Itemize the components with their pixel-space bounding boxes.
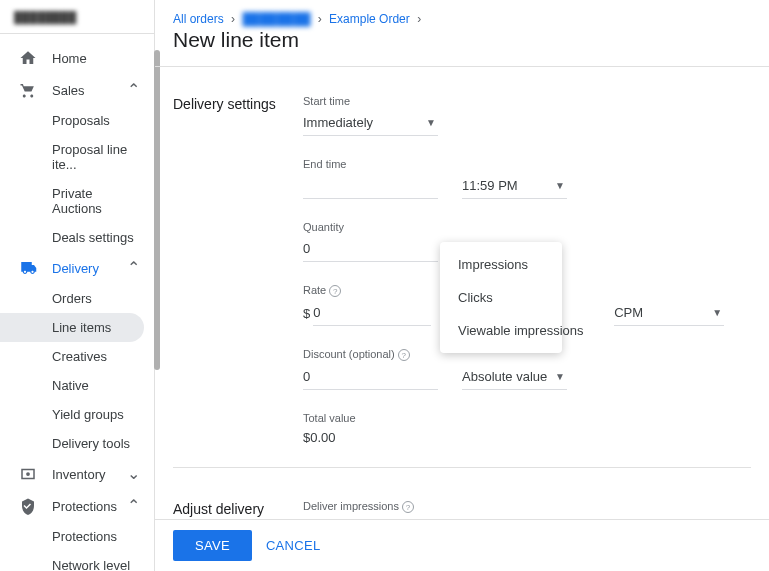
quantity-unit-menu: Impressions Clicks Viewable impressions [440,242,562,353]
quantity-input[interactable] [303,237,438,262]
sidebar-item-label: Native [52,378,89,393]
menu-item-viewable-impressions[interactable]: Viewable impressions [440,314,562,347]
sidebar-item-line-items[interactable]: Line items [0,313,144,342]
rate-currency: $ [303,306,310,321]
sidebar-item-label: Delivery [52,261,99,276]
chevron-down-icon: ⌄ [127,466,140,482]
sidebar-item-label: Network level [52,558,130,571]
page-header: All orders › ████████ › Example Order › … [155,0,769,67]
breadcrumb-all-orders[interactable]: All orders [173,12,224,26]
cancel-button[interactable]: CANCEL [266,538,321,553]
save-button[interactable]: SAVE [173,530,252,561]
sidebar-item-label: Proposals [52,113,110,128]
end-time-select[interactable]: 11:59 PM ▼ [462,174,567,199]
sidebar-item-creatives[interactable]: Creatives [0,342,154,371]
help-icon[interactable]: ? [329,285,341,297]
sidebar: ████████ Home Sales ⌃ Proposals Proposal… [0,0,155,571]
main-content: All orders › ████████ › Example Order › … [155,0,769,571]
sidebar-item-inventory[interactable]: Inventory ⌄ [0,458,154,490]
dropdown-icon: ▼ [712,307,722,318]
truck-icon [18,259,38,277]
sidebar-item-label: Delivery tools [52,436,130,451]
sidebar-item-orders[interactable]: Orders [0,284,154,313]
menu-item-clicks[interactable]: Clicks [440,281,562,314]
sidebar-item-native[interactable]: Native [0,371,154,400]
help-icon[interactable]: ? [402,501,414,513]
sidebar-item-label: Orders [52,291,92,306]
field-label-total: Total value [303,412,751,424]
sidebar-item-label: Protections [52,529,117,544]
dropdown-icon: ▼ [555,180,565,191]
breadcrumb: All orders › ████████ › Example Order › [173,12,751,26]
sidebar-item-label: Sales [52,83,85,98]
sidebar-item-label: Deals settings [52,230,134,245]
field-label-deliver-impressions: Deliver impressions? [303,500,751,513]
inventory-icon [18,465,38,483]
field-label-quantity: Quantity [303,221,751,233]
start-time-select[interactable]: Immediately ▼ [303,111,438,136]
total-value: $0.00 [303,428,751,445]
sidebar-item-home[interactable]: Home [0,42,154,74]
breadcrumb-redacted[interactable]: ████████ [242,12,310,26]
logo-area: ████████ [0,0,154,34]
end-date-input[interactable] [303,174,438,199]
sidebar-item-label: Creatives [52,349,107,364]
product-logo: ████████ [14,12,140,23]
page-title: New line item [173,28,751,52]
sidebar-item-label: Private Auctions [52,186,140,216]
sidebar-item-yield-groups[interactable]: Yield groups [0,400,154,429]
sidebar-item-label: Yield groups [52,407,124,422]
sidebar-item-deals-settings[interactable]: Deals settings [0,223,154,252]
rate-input[interactable] [313,301,431,326]
sidebar-item-label: Inventory [52,467,105,482]
home-icon [18,49,38,67]
select-value: Immediately [303,115,373,130]
select-value: Absolute value [462,369,547,384]
discount-input[interactable] [303,365,438,390]
sidebar-item-label: Protections [52,499,117,514]
breadcrumb-example-order[interactable]: Example Order [329,12,410,26]
breadcrumb-sep: › [318,12,322,26]
select-value: 11:59 PM [462,178,518,193]
chevron-up-icon: ⌃ [127,82,140,98]
discount-type-select[interactable]: Absolute value ▼ [462,365,567,390]
sidebar-item-private-auctions[interactable]: Private Auctions [0,179,154,223]
sidebar-item-label: Home [52,51,87,66]
sidebar-item-protections-child[interactable]: Protections [0,522,154,551]
svg-point-1 [27,473,29,475]
select-value: CPM [614,305,643,320]
sidebar-item-label: Proposal line ite... [52,142,140,172]
field-label-start-time: Start time [303,95,751,107]
sidebar-item-sales[interactable]: Sales ⌃ [0,74,154,106]
chevron-up-icon: ⌃ [127,498,140,514]
sidebar-item-delivery[interactable]: Delivery ⌃ [0,252,154,284]
sidebar-item-delivery-tools[interactable]: Delivery tools [0,429,154,458]
breadcrumb-sep: › [417,12,421,26]
chevron-up-icon: ⌃ [127,260,140,276]
cart-icon [18,81,38,99]
sidebar-item-label: Line items [52,320,111,335]
shield-icon [18,497,38,515]
footer-actions: SAVE CANCEL [155,519,769,571]
rate-unit-select[interactable]: CPM ▼ [614,301,724,326]
dropdown-icon: ▼ [555,371,565,382]
field-label-end-time: End time [303,158,751,170]
menu-item-impressions[interactable]: Impressions [440,248,562,281]
section-title: Delivery settings [173,95,303,445]
breadcrumb-sep: › [231,12,235,26]
sidebar-item-proposal-line-items[interactable]: Proposal line ite... [0,135,154,179]
sidebar-item-protections[interactable]: Protections ⌃ [0,490,154,522]
sidebar-item-proposals[interactable]: Proposals [0,106,154,135]
help-icon[interactable]: ? [398,349,410,361]
dropdown-icon: ▼ [426,117,436,128]
sidebar-nav: Home Sales ⌃ Proposals Proposal line ite… [0,42,154,571]
sidebar-item-network-level[interactable]: Network level [0,551,154,571]
